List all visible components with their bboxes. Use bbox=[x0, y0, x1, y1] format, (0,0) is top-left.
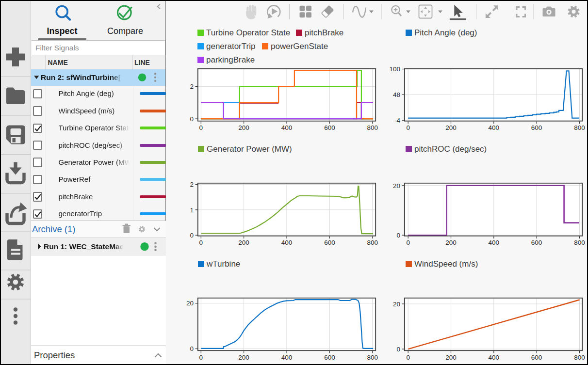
svg-text:0: 0 bbox=[396, 232, 400, 239]
svg-text:200: 200 bbox=[238, 354, 249, 361]
svg-text:400: 400 bbox=[489, 354, 500, 361]
svg-text:600: 600 bbox=[324, 239, 335, 246]
svg-text:200: 200 bbox=[238, 239, 249, 246]
svg-text:400: 400 bbox=[281, 124, 293, 131]
svg-text:2: 2 bbox=[190, 181, 194, 188]
svg-text:-4: -4 bbox=[394, 117, 400, 124]
svg-text:800: 800 bbox=[367, 124, 378, 131]
svg-text:400: 400 bbox=[489, 239, 500, 246]
svg-text:0: 0 bbox=[199, 239, 203, 246]
svg-text:20: 20 bbox=[393, 182, 400, 190]
svg-text:0: 0 bbox=[199, 354, 203, 361]
svg-text:0: 0 bbox=[199, 124, 203, 131]
svg-text:2: 2 bbox=[190, 83, 194, 90]
svg-text:20: 20 bbox=[186, 300, 194, 307]
svg-text:400: 400 bbox=[281, 354, 293, 361]
svg-text:0: 0 bbox=[190, 115, 194, 123]
svg-text:0: 0 bbox=[190, 345, 194, 352]
svg-text:48: 48 bbox=[393, 91, 400, 98]
svg-text:800: 800 bbox=[574, 124, 585, 131]
svg-text:400: 400 bbox=[281, 239, 293, 246]
svg-text:200: 200 bbox=[238, 124, 249, 131]
svg-text:200: 200 bbox=[445, 124, 457, 131]
svg-text:600: 600 bbox=[324, 354, 335, 361]
svg-text:100: 100 bbox=[389, 65, 400, 73]
svg-text:600: 600 bbox=[324, 124, 335, 131]
svg-text:800: 800 bbox=[367, 354, 378, 361]
svg-text:600: 600 bbox=[531, 354, 542, 361]
svg-text:400: 400 bbox=[489, 124, 500, 131]
svg-text:200: 200 bbox=[445, 354, 457, 361]
svg-text:200: 200 bbox=[445, 239, 457, 246]
svg-text:800: 800 bbox=[367, 239, 378, 246]
svg-text:800: 800 bbox=[574, 354, 585, 361]
svg-text:20: 20 bbox=[393, 301, 400, 308]
svg-text:800: 800 bbox=[574, 239, 585, 246]
svg-text:0: 0 bbox=[396, 346, 400, 353]
svg-text:0: 0 bbox=[190, 232, 194, 239]
svg-text:0: 0 bbox=[406, 354, 410, 361]
svg-text:1: 1 bbox=[190, 206, 194, 214]
svg-text:0: 0 bbox=[406, 124, 410, 131]
svg-text:600: 600 bbox=[531, 124, 542, 131]
svg-text:600: 600 bbox=[531, 239, 542, 246]
svg-text:0: 0 bbox=[406, 239, 410, 246]
